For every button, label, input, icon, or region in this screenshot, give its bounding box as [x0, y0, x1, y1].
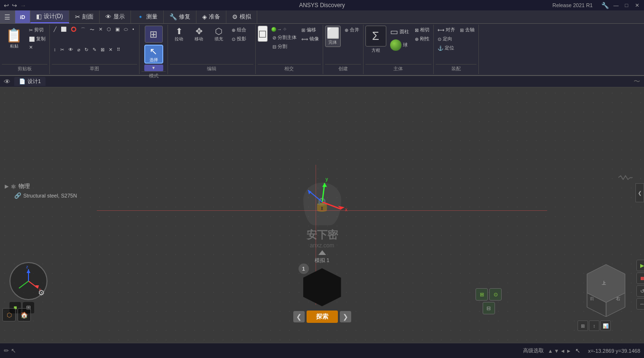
sketch-trim-btn[interactable]: ✂	[58, 46, 66, 53]
tangent-btn[interactable]: ⊠ 相切	[413, 26, 431, 34]
tree-item-material[interactable]: 🔗 Structural steel, S275N	[14, 191, 90, 200]
menubar: ☰ iD ◧ 设计(D) ✂ 刻面 👁 显示 🔹 测量 🔧 修复 ◈ 准备 ⚙ …	[0, 10, 644, 24]
hamburger-menu[interactable]: ☰	[0, 10, 15, 23]
sketch-square-btn[interactable]: ▣	[113, 26, 121, 33]
delete-btn[interactable]: ✕	[27, 44, 47, 51]
explore-next-btn[interactable]: ❯	[340, 311, 351, 322]
explore-prev-btn[interactable]: ❮	[293, 311, 305, 322]
cut-btn[interactable]: ✂剪切	[27, 26, 47, 34]
mirror-btn[interactable]: ⟺ 镜像	[299, 35, 321, 43]
align-btn[interactable]: ⟷ 对齐	[436, 26, 457, 34]
menu-tab-display[interactable]: 👁 显示	[100, 10, 131, 23]
bl-tool-2[interactable]: 🏠	[18, 308, 31, 321]
fill-btn[interactable]: ⬡ 填充	[210, 26, 228, 43]
nav-btn-move[interactable]: ↔	[636, 298, 644, 310]
anchor-btn[interactable]: ⚓ 定位	[436, 44, 457, 52]
sketch-del3-btn[interactable]: ✕	[107, 46, 114, 53]
axes-circle[interactable]: x z ⚙	[9, 262, 47, 300]
eye-btn[interactable]: 👁	[4, 78, 10, 85]
select-dropdown[interactable]: ▼	[144, 65, 163, 71]
sketch-circle-btn[interactable]: ⭕	[69, 26, 78, 33]
arr-lt[interactable]: ◄	[560, 348, 565, 354]
sketch-arc-btn[interactable]: ⌒	[79, 26, 87, 34]
sketch-line-btn[interactable]: ╱	[52, 26, 58, 33]
close-btn[interactable]: ✕	[634, 2, 640, 9]
menu-tab-simulate[interactable]: ⚙ 模拟	[226, 10, 257, 23]
svg-line-8	[28, 281, 38, 288]
menu-tab-measure[interactable]: 🔹 测量	[131, 10, 164, 23]
id-menu-btn[interactable]: iD	[15, 10, 30, 23]
fill-icon: ⬡	[215, 27, 223, 36]
menu-tab-prepare[interactable]: ◈ 准备	[196, 10, 226, 23]
sketch-rect-btn[interactable]: ⬜	[59, 26, 68, 33]
nav-bottom-2[interactable]: ↕	[589, 320, 599, 331]
sim-ctrl-1-icon: ⊞	[480, 292, 484, 298]
sketch-poly-btn[interactable]: ⬡	[105, 26, 113, 33]
sim-hex[interactable]	[303, 268, 341, 306]
sketch-x-btn[interactable]: ✕	[97, 26, 104, 33]
arr-dn[interactable]: ▼	[554, 348, 559, 354]
explore-main-btn[interactable]: 探索	[307, 311, 338, 323]
arr-up[interactable]: ▲	[548, 348, 553, 354]
paste-btn[interactable]: 📋 粘贴	[2, 26, 26, 51]
equation-btn[interactable]: Σ	[365, 26, 386, 47]
top-right-waveform[interactable]	[618, 174, 633, 182]
explore-up-btn[interactable]	[318, 250, 326, 255]
intersect-btn[interactable]: □	[258, 26, 268, 42]
sim-ctrl-3[interactable]: ⊟	[483, 302, 495, 314]
pull-btn[interactable]: ⬆ 拉动	[170, 26, 188, 43]
redo-btn[interactable]: ↪	[12, 2, 17, 9]
sketch-show-btn[interactable]: 👁	[66, 46, 75, 53]
sketch-convert-btn[interactable]: ↕	[52, 46, 58, 53]
settings-icon[interactable]: 🔧	[601, 2, 609, 9]
orient-btn[interactable]: ⊙ 定向	[436, 35, 457, 43]
merge-btn[interactable]: ⊕ 合并	[343, 26, 361, 34]
nav-btn-stop[interactable]: ⏹	[636, 273, 644, 284]
sketch-edit-btn[interactable]: ✎	[91, 46, 98, 53]
edit-label: 编辑	[170, 64, 253, 73]
offset-btn[interactable]: ⊞ 偏移	[299, 26, 321, 34]
menu-tab-design[interactable]: ◧ 设计(D)	[30, 10, 69, 23]
file-tab[interactable]: 📄 设计1	[14, 77, 46, 86]
tree-item-physics[interactable]: ▶ ⚛ 物理	[5, 181, 90, 191]
copy-btn[interactable]: ⬜复制	[27, 35, 47, 43]
axes-settings-btn[interactable]: ⚙	[38, 288, 45, 297]
move-btn[interactable]: ✥ 移动	[190, 26, 208, 43]
menu-tab-section[interactable]: ✂ 刻面	[69, 10, 100, 23]
nav-cube[interactable]: 上 右 前 ▶ ⏹ ↺ ↔ ⊞ ↕	[578, 260, 635, 317]
undo-btn[interactable]: ↩	[4, 2, 9, 9]
sim-ctrl-1[interactable]: ⊞	[476, 288, 488, 301]
nav-bottom-3[interactable]: 📊	[600, 320, 611, 331]
right-expand-btn[interactable]: ❮	[635, 183, 644, 202]
select-mode-btn[interactable]: ↖ 选择	[144, 45, 163, 64]
next-icon: ❯	[343, 313, 348, 320]
sketch-grid-btn[interactable]: ⠿	[115, 46, 122, 53]
split-btn[interactable]: ⊟ 分割	[271, 42, 299, 51]
hex-container: 1	[301, 266, 344, 309]
sim-ctrl-2[interactable]: ⊙	[489, 288, 502, 301]
sketch-dot-btn[interactable]: •	[131, 26, 136, 33]
split-body-btn[interactable]: ⊘ 分割主体	[271, 33, 299, 42]
forward-btn[interactable]: →	[20, 2, 26, 9]
viewport[interactable]: ▶ ⚛ 物理 🔗 Structural steel, S275N 🔒 安下密 a…	[0, 88, 644, 343]
solid-mode-btn[interactable]: ⊞	[145, 26, 163, 43]
nav-btn-play[interactable]: ▶	[636, 260, 644, 271]
sketch-angle-btn[interactable]: ⌀	[75, 46, 82, 53]
sketch-spline-btn[interactable]: 〜	[88, 26, 96, 34]
nav-bottom-1[interactable]: ⊞	[578, 320, 588, 331]
sketch-refresh-btn[interactable]: ↻	[83, 46, 90, 53]
nav-btn-reset[interactable]: ↺	[636, 285, 644, 297]
maximize-btn[interactable]: □	[623, 2, 630, 9]
combine-btn[interactable]: ⊕ 组合	[230, 26, 253, 34]
project-btn[interactable]: ⊙ 投影	[230, 35, 253, 43]
arr-rt[interactable]: ►	[566, 348, 571, 354]
menu-tab-repair[interactable]: 🔧 修复	[164, 10, 196, 23]
complete-btn[interactable]: ⬜ 完体	[325, 26, 341, 47]
bl-tool-1[interactable]: ⬡	[2, 308, 16, 321]
rigid-btn[interactable]: ⊕ 刚性	[413, 35, 431, 43]
minimize-btn[interactable]: —	[613, 2, 619, 9]
explore-label: 探索	[316, 313, 328, 320]
sketch-del2-btn[interactable]: ⊠	[99, 46, 106, 53]
sketch-ellipse-btn[interactable]: ⬭	[122, 26, 130, 33]
deaxle-btn[interactable]: ⊞ 去轴	[458, 26, 476, 34]
